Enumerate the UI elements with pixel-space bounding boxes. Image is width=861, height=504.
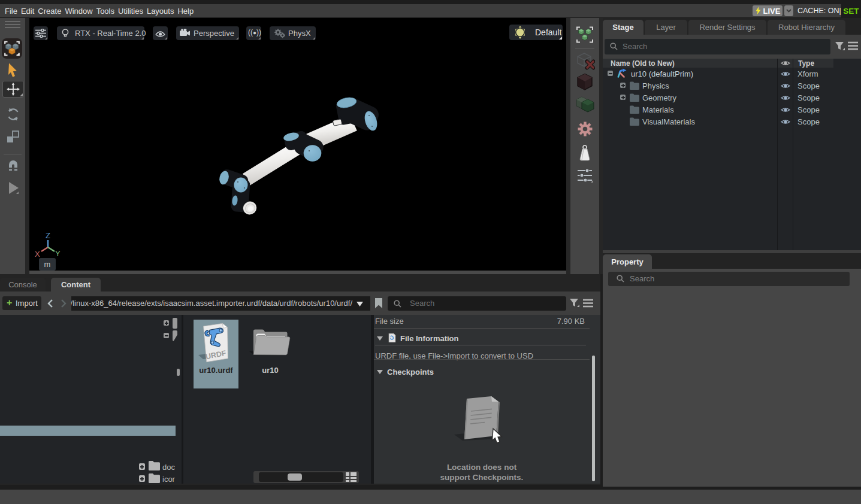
svg-text:Y: Y bbox=[55, 249, 61, 257]
svg-text:X: X bbox=[35, 250, 40, 257]
svg-text:Z: Z bbox=[46, 231, 50, 240]
